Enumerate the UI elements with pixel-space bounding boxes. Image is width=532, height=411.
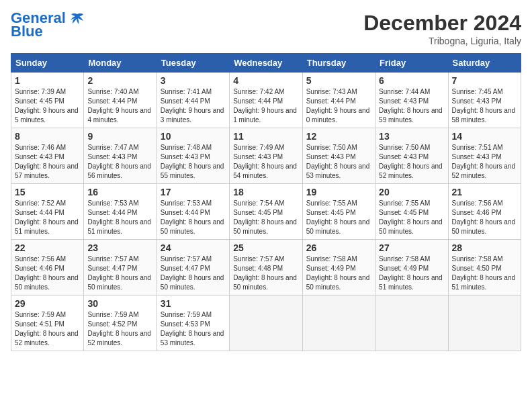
calendar-cell: 10 Sunrise: 7:48 AMSunset: 4:43 PMDaylig… [157, 128, 229, 184]
day-number: 20 [379, 187, 444, 197]
calendar-cell: 31 Sunrise: 7:59 AMSunset: 4:53 PMDaylig… [157, 295, 229, 351]
logo-blue: Blue [11, 24, 43, 39]
weekday-header: Tuesday [157, 54, 229, 73]
weekday-header: Thursday [302, 54, 375, 73]
calendar-cell: 2 Sunrise: 7:40 AMSunset: 4:44 PMDayligh… [84, 73, 157, 128]
calendar-cell: 19 Sunrise: 7:55 AMSunset: 4:45 PMDaylig… [302, 184, 375, 240]
day-info: Sunrise: 7:45 AMSunset: 4:43 PMDaylight:… [452, 88, 516, 124]
day-number: 24 [161, 242, 226, 253]
location-title: Tribogna, Liguria, Italy [363, 36, 521, 46]
calendar-cell: 16 Sunrise: 7:53 AMSunset: 4:44 PMDaylig… [84, 184, 157, 240]
calendar-cell: 21 Sunrise: 7:56 AMSunset: 4:46 PMDaylig… [448, 184, 521, 240]
calendar-cell: 24 Sunrise: 7:57 AMSunset: 4:47 PMDaylig… [157, 240, 229, 295]
title-block: December 2024 Tribogna, Liguria, Italy [363, 11, 521, 46]
calendar-week-row: 1 Sunrise: 7:39 AMSunset: 4:45 PMDayligh… [11, 73, 521, 128]
day-number: 17 [161, 187, 226, 197]
day-number: 31 [161, 298, 226, 309]
day-info: Sunrise: 7:49 AMSunset: 4:43 PMDaylight:… [233, 144, 297, 179]
day-info: Sunrise: 7:51 AMSunset: 4:43 PMDaylight:… [452, 144, 516, 179]
day-number: 26 [306, 242, 371, 253]
day-info: Sunrise: 7:56 AMSunset: 4:46 PMDaylight:… [452, 199, 516, 235]
day-info: Sunrise: 7:50 AMSunset: 4:43 PMDaylight:… [306, 144, 370, 179]
weekday-header: Wednesday [230, 54, 302, 73]
day-number: 18 [233, 187, 298, 197]
day-number: 11 [233, 131, 298, 142]
calendar-cell: 14 Sunrise: 7:51 AMSunset: 4:43 PMDaylig… [448, 128, 521, 184]
day-number: 25 [233, 242, 298, 253]
day-info: Sunrise: 7:59 AMSunset: 4:52 PMDaylight:… [87, 311, 151, 347]
day-number: 13 [379, 131, 444, 142]
day-info: Sunrise: 7:55 AMSunset: 4:45 PMDaylight:… [379, 199, 443, 235]
page-header: General Blue December 2024 Tribogna, Lig… [11, 11, 521, 46]
calendar-week-row: 8 Sunrise: 7:46 AMSunset: 4:43 PMDayligh… [11, 128, 521, 184]
calendar-cell: 25 Sunrise: 7:57 AMSunset: 4:48 PMDaylig… [230, 240, 302, 295]
day-info: Sunrise: 7:53 AMSunset: 4:44 PMDaylight:… [161, 199, 224, 235]
calendar-week-row: 29 Sunrise: 7:59 AMSunset: 4:51 PMDaylig… [11, 295, 521, 351]
calendar-week-row: 22 Sunrise: 7:56 AMSunset: 4:46 PMDaylig… [11, 240, 521, 295]
calendar-cell: 5 Sunrise: 7:43 AMSunset: 4:44 PMDayligh… [302, 73, 375, 128]
calendar-cell [302, 295, 375, 351]
day-info: Sunrise: 7:48 AMSunset: 4:43 PMDaylight:… [161, 144, 224, 179]
calendar-cell: 15 Sunrise: 7:52 AMSunset: 4:44 PMDaylig… [11, 184, 84, 240]
day-number: 30 [87, 298, 152, 309]
day-info: Sunrise: 7:59 AMSunset: 4:53 PMDaylight:… [161, 311, 224, 347]
calendar-cell [375, 295, 448, 351]
calendar-cell: 3 Sunrise: 7:41 AMSunset: 4:44 PMDayligh… [157, 73, 229, 128]
day-info: Sunrise: 7:57 AMSunset: 4:47 PMDaylight:… [161, 255, 224, 291]
weekday-header: Monday [84, 54, 157, 73]
day-info: Sunrise: 7:42 AMSunset: 4:44 PMDaylight:… [233, 88, 297, 124]
calendar-cell: 1 Sunrise: 7:39 AMSunset: 4:45 PMDayligh… [11, 73, 84, 128]
logo: General Blue [11, 11, 85, 39]
day-info: Sunrise: 7:57 AMSunset: 4:48 PMDaylight:… [233, 255, 297, 291]
day-info: Sunrise: 7:50 AMSunset: 4:43 PMDaylight:… [379, 144, 443, 179]
day-info: Sunrise: 7:44 AMSunset: 4:43 PMDaylight:… [379, 88, 443, 124]
day-number: 19 [306, 187, 371, 197]
calendar-cell: 23 Sunrise: 7:57 AMSunset: 4:47 PMDaylig… [84, 240, 157, 295]
day-info: Sunrise: 7:40 AMSunset: 4:44 PMDaylight:… [87, 88, 151, 124]
day-number: 4 [233, 75, 298, 86]
calendar-cell: 20 Sunrise: 7:55 AMSunset: 4:45 PMDaylig… [375, 184, 448, 240]
calendar-cell: 17 Sunrise: 7:53 AMSunset: 4:44 PMDaylig… [157, 184, 229, 240]
day-number: 3 [161, 75, 226, 86]
calendar-cell [230, 295, 302, 351]
calendar-cell: 18 Sunrise: 7:54 AMSunset: 4:45 PMDaylig… [230, 184, 302, 240]
calendar-week-row: 15 Sunrise: 7:52 AMSunset: 4:44 PMDaylig… [11, 184, 521, 240]
calendar-cell: 4 Sunrise: 7:42 AMSunset: 4:44 PMDayligh… [230, 73, 302, 128]
calendar-cell: 7 Sunrise: 7:45 AMSunset: 4:43 PMDayligh… [448, 73, 521, 128]
calendar-cell: 13 Sunrise: 7:50 AMSunset: 4:43 PMDaylig… [375, 128, 448, 184]
day-number: 10 [161, 131, 226, 142]
weekday-header: Friday [375, 54, 448, 73]
day-number: 2 [87, 75, 152, 86]
calendar-cell [448, 295, 521, 351]
day-info: Sunrise: 7:47 AMSunset: 4:43 PMDaylight:… [87, 144, 151, 179]
day-number: 15 [15, 187, 80, 197]
calendar-cell: 26 Sunrise: 7:58 AMSunset: 4:49 PMDaylig… [302, 240, 375, 295]
day-info: Sunrise: 7:46 AMSunset: 4:43 PMDaylight:… [15, 144, 79, 179]
calendar-cell: 29 Sunrise: 7:59 AMSunset: 4:51 PMDaylig… [11, 295, 84, 351]
day-number: 16 [87, 187, 152, 197]
day-info: Sunrise: 7:52 AMSunset: 4:44 PMDaylight:… [15, 199, 79, 235]
day-number: 9 [87, 131, 152, 142]
day-number: 7 [452, 75, 517, 86]
calendar-cell: 27 Sunrise: 7:58 AMSunset: 4:49 PMDaylig… [375, 240, 448, 295]
day-number: 6 [379, 75, 444, 86]
day-number: 1 [15, 75, 80, 86]
day-info: Sunrise: 7:58 AMSunset: 4:50 PMDaylight:… [452, 255, 516, 291]
month-title: December 2024 [363, 11, 521, 36]
day-info: Sunrise: 7:41 AMSunset: 4:44 PMDaylight:… [161, 88, 224, 124]
calendar-cell: 8 Sunrise: 7:46 AMSunset: 4:43 PMDayligh… [11, 128, 84, 184]
day-number: 28 [452, 242, 517, 253]
calendar-body: 1 Sunrise: 7:39 AMSunset: 4:45 PMDayligh… [11, 73, 521, 351]
day-number: 22 [15, 242, 80, 253]
day-number: 27 [379, 242, 444, 253]
calendar-table: SundayMondayTuesdayWednesdayThursdayFrid… [11, 53, 521, 351]
weekday-header: Saturday [448, 54, 521, 73]
day-number: 8 [15, 131, 80, 142]
day-info: Sunrise: 7:56 AMSunset: 4:46 PMDaylight:… [15, 255, 79, 291]
day-info: Sunrise: 7:58 AMSunset: 4:49 PMDaylight:… [306, 255, 370, 291]
calendar-cell: 11 Sunrise: 7:49 AMSunset: 4:43 PMDaylig… [230, 128, 302, 184]
calendar-header-row: SundayMondayTuesdayWednesdayThursdayFrid… [11, 54, 521, 73]
day-info: Sunrise: 7:58 AMSunset: 4:49 PMDaylight:… [379, 255, 443, 291]
day-info: Sunrise: 7:54 AMSunset: 4:45 PMDaylight:… [233, 199, 297, 235]
calendar-cell: 6 Sunrise: 7:44 AMSunset: 4:43 PMDayligh… [375, 73, 448, 128]
